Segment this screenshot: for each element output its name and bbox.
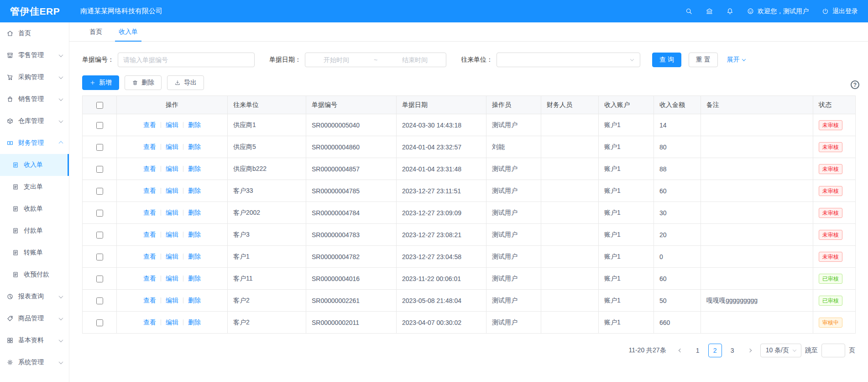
view-link[interactable]: 查看 [143, 121, 156, 129]
view-link[interactable]: 查看 [143, 297, 156, 305]
view-link[interactable]: 查看 [143, 231, 156, 239]
view-link[interactable]: 查看 [143, 143, 156, 151]
delete-button[interactable]: 删除 [125, 75, 162, 90]
page-button-2-current[interactable]: 2 [708, 344, 722, 357]
status-badge: 未审核 [819, 208, 842, 218]
date-separator: ~ [363, 56, 388, 64]
row-checkbox[interactable] [96, 297, 103, 304]
date-range-picker[interactable]: ~ [305, 53, 446, 67]
logout-button[interactable]: 退出登录 [821, 7, 858, 16]
edit-link[interactable]: 编辑 [166, 231, 178, 239]
cell-bill-date: 2024-01-04 23:32:57 [397, 136, 486, 158]
delete-link[interactable]: 删除 [188, 275, 201, 283]
sidebar-item-retail[interactable]: 零售管理 [0, 44, 69, 66]
sidebar-item-receipt-bill[interactable]: 收款单 [0, 198, 69, 220]
cell-amount: 660 [654, 312, 701, 334]
col-header-bill-date: 单据日期 [397, 96, 486, 114]
divider [183, 210, 183, 216]
delete-link[interactable]: 删除 [188, 231, 201, 239]
sidebar-item-home[interactable]: 首页 [0, 22, 69, 44]
prev-page-button[interactable] [674, 344, 687, 357]
sidebar-item-warehouse[interactable]: 仓库管理 [0, 110, 69, 132]
cell-finance-staff [541, 180, 599, 202]
cell-finance-staff [541, 312, 599, 334]
bill-no-input[interactable] [118, 53, 255, 67]
cell-finance-staff [541, 224, 599, 246]
cell-finance-staff [541, 268, 599, 290]
select-all-checkbox[interactable] [96, 102, 103, 109]
delete-link[interactable]: 删除 [188, 187, 201, 195]
date-end-input[interactable] [388, 56, 441, 64]
edit-link[interactable]: 编辑 [166, 187, 178, 195]
building-icon[interactable] [706, 7, 713, 15]
delete-link[interactable]: 删除 [188, 143, 201, 151]
tab-home[interactable]: 首页 [81, 22, 110, 41]
export-button[interactable]: 导出 [167, 75, 204, 90]
help-icon[interactable]: ? [851, 80, 859, 89]
company-name: 南通某某网络科技有限公司 [80, 7, 162, 16]
row-checkbox[interactable] [96, 166, 103, 173]
row-checkbox[interactable] [96, 144, 103, 151]
sidebar-item-finance[interactable]: 财务管理 [0, 132, 69, 154]
sidebar-item-transfer-bill[interactable]: 转账单 [0, 242, 69, 264]
sidebar-item-income-bill[interactable]: 收入单 [0, 154, 69, 176]
edit-link[interactable]: 编辑 [166, 318, 178, 327]
sidebar-item-purchase[interactable]: 采购管理 [0, 66, 69, 88]
sidebar-item-payment-bill[interactable]: 付款单 [0, 220, 69, 242]
edit-link[interactable]: 编辑 [166, 297, 178, 305]
view-link[interactable]: 查看 [143, 253, 156, 261]
sidebar-item-sales[interactable]: 销售管理 [0, 88, 69, 110]
expand-link[interactable]: 展开 [727, 56, 745, 64]
view-link[interactable]: 查看 [143, 209, 156, 217]
edit-link[interactable]: 编辑 [166, 143, 178, 151]
delete-link[interactable]: 删除 [188, 209, 201, 217]
plus-icon [89, 80, 96, 86]
next-page-button[interactable] [743, 344, 757, 357]
sidebar-item-goods[interactable]: 商品管理 [0, 308, 69, 329]
row-checkbox[interactable] [96, 232, 103, 239]
date-start-input[interactable] [310, 56, 363, 64]
edit-link[interactable]: 编辑 [166, 209, 178, 217]
download-icon [174, 80, 181, 86]
welcome-user[interactable]: 欢迎您，测试用户 [747, 7, 809, 16]
reset-button[interactable]: 重 置 [689, 53, 718, 67]
delete-link[interactable]: 删除 [188, 297, 201, 305]
row-checkbox[interactable] [96, 319, 103, 326]
search-button[interactable]: 查 询 [652, 53, 681, 67]
edit-link[interactable]: 编辑 [166, 165, 178, 173]
sidebar-item-system[interactable]: 系统管理 [0, 351, 69, 373]
delete-link[interactable]: 删除 [188, 121, 201, 129]
delete-link[interactable]: 删除 [188, 253, 201, 261]
table-row: 查看 编辑 删除 供应商b222 SR00000004857 2024-01-0… [83, 158, 856, 180]
row-checkbox[interactable] [96, 122, 103, 129]
bell-icon[interactable] [726, 7, 734, 15]
page-button-1[interactable]: 1 [691, 344, 705, 357]
row-checkbox[interactable] [96, 254, 103, 260]
sidebar-item-base-data[interactable]: 基本资料 [0, 329, 69, 351]
search-icon[interactable] [685, 7, 693, 15]
partner-select[interactable] [497, 53, 640, 67]
sidebar-item-reports[interactable]: 报表查询 [0, 286, 69, 308]
sidebar-item-label: 付款单 [24, 227, 43, 235]
delete-link[interactable]: 删除 [188, 165, 201, 173]
row-checkbox[interactable] [96, 210, 103, 217]
row-checkbox[interactable] [96, 188, 103, 195]
main-area: 首页 收入单 ? 单据编号： 单据日期： ~ 往来单位： 查 询 [69, 22, 868, 382]
delete-link[interactable]: 删除 [188, 318, 201, 327]
add-button[interactable]: 新增 [82, 75, 119, 90]
row-checkbox[interactable] [96, 276, 103, 282]
edit-link[interactable]: 编辑 [166, 253, 178, 261]
page-size-select[interactable]: 10 条/页 [760, 344, 801, 357]
view-link[interactable]: 查看 [143, 187, 156, 195]
tab-income-bill[interactable]: 收入单 [110, 22, 146, 41]
view-link[interactable]: 查看 [143, 165, 156, 173]
edit-link[interactable]: 编辑 [166, 121, 178, 129]
page-button-3[interactable]: 3 [726, 344, 739, 357]
jump-page-input[interactable] [821, 344, 845, 357]
sidebar-item-label: 首页 [18, 29, 63, 37]
sidebar-item-expense-bill[interactable]: 支出单 [0, 176, 69, 198]
sidebar-item-advance-payment[interactable]: 收预付款 [0, 264, 69, 286]
view-link[interactable]: 查看 [143, 275, 156, 283]
view-link[interactable]: 查看 [143, 318, 156, 327]
edit-link[interactable]: 编辑 [166, 275, 178, 283]
